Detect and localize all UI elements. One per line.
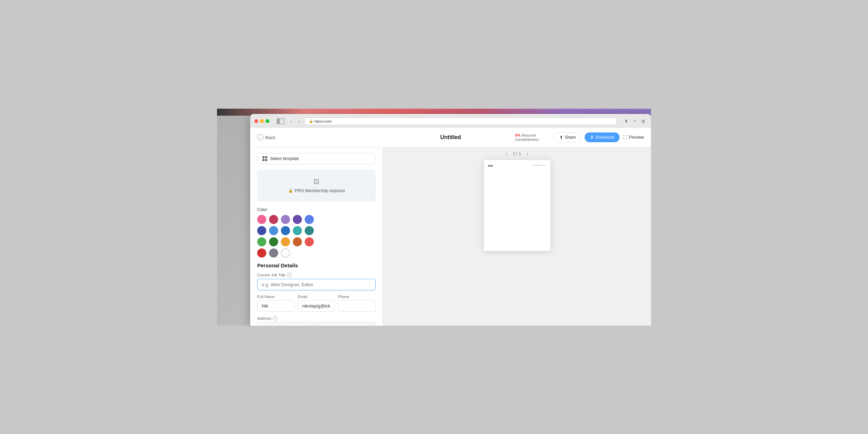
email-label: Email (298, 295, 335, 299)
template-grid-icon (262, 156, 267, 161)
expand-icon: ⛶ (623, 135, 627, 140)
share-icon: ⬆ (559, 135, 563, 140)
job-title-input[interactable] (257, 279, 376, 290)
download-label: Download (595, 135, 614, 140)
completeness-percent: 0% (515, 133, 521, 137)
back-nav-button[interactable]: ‹ (289, 118, 294, 125)
color-burnt-orange[interactable] (293, 237, 302, 246)
lock-icon: 🔒 (309, 119, 313, 123)
back-button[interactable]: ← Back (257, 134, 386, 140)
main-layout: Select template 🖼 🔒 PRO Membership requi… (250, 147, 651, 326)
share-browser-button[interactable]: ⬆ (623, 118, 630, 125)
clear-format-button[interactable]: Tx (317, 324, 325, 326)
pro-membership-notice: 🔒 PRO Membership required (288, 188, 345, 193)
color-orange[interactable] (281, 237, 290, 246)
unordered-list-button[interactable]: ☰ (297, 324, 304, 326)
document-title: Untitled (386, 134, 515, 140)
maximize-button[interactable] (266, 119, 269, 123)
ordered-list-button[interactable]: ☰ (289, 324, 296, 326)
page-indicator: 1 / 1 (513, 151, 521, 156)
phone-label: Phone (338, 295, 376, 299)
job-title-help-icon[interactable]: ? (287, 273, 292, 277)
url-text: hipcv.com (314, 119, 332, 123)
select-template-button[interactable]: Select template (257, 153, 376, 164)
color-lavender[interactable] (281, 215, 290, 224)
color-blue-light[interactable] (269, 226, 278, 235)
traffic-lights (254, 119, 269, 123)
cv-document: NIK nikolaytg@icloud.com (484, 160, 550, 251)
browser-action-buttons: ⬆ + ⊞ (623, 118, 647, 125)
url-bar[interactable]: 🔒 hipcv.com (304, 117, 617, 125)
back-circle-icon: ← (257, 134, 263, 140)
forward-nav-button[interactable]: › (297, 118, 302, 125)
prev-page-button[interactable]: ‹ (504, 150, 509, 157)
resume-completeness: 0% Resume completeness (515, 133, 551, 142)
bold-button[interactable]: B (260, 324, 267, 326)
name-email-phone-row: Full Name Email Phone (257, 295, 376, 312)
link-button[interactable]: 🔗 (308, 324, 316, 326)
share-button[interactable]: ⬆ Share (554, 132, 581, 142)
personal-details-title: Personal Details (257, 262, 376, 268)
close-button[interactable] (254, 119, 258, 123)
color-dark-teal[interactable] (305, 226, 314, 235)
italic-button[interactable]: I (267, 324, 272, 326)
color-red[interactable] (257, 248, 266, 258)
pagination: ‹ 1 / 1 › (504, 147, 530, 160)
color-blue-dark[interactable] (281, 226, 290, 235)
app-content: ← Back Untitled 0% Resume completeness ⬆… (250, 128, 651, 326)
download-button[interactable]: ⬇ Download (585, 132, 620, 142)
full-name-label: Full Name (257, 295, 295, 299)
color-blue-medium[interactable] (305, 215, 314, 224)
color-green[interactable] (257, 237, 266, 246)
select-template-label: Select template (270, 156, 299, 161)
preview-button[interactable]: ⛶ Preview (623, 135, 644, 140)
color-deep-purple[interactable] (293, 215, 302, 224)
phone-input[interactable] (338, 300, 376, 312)
next-page-button[interactable]: › (525, 150, 530, 157)
back-label: Back (265, 135, 275, 140)
full-name-input[interactable] (257, 300, 295, 312)
download-icon: ⬇ (590, 135, 594, 140)
cv-email: nikolaytg@icloud.com (533, 164, 546, 166)
browser-window: ‹ › 🔒 hipcv.com ⬆ + ⊞ ← Back (250, 114, 651, 326)
lock-icon: 🔒 (288, 188, 293, 193)
editor-panel: Select template 🖼 🔒 PRO Membership requi… (250, 147, 383, 326)
preview-label: Preview (629, 135, 644, 140)
color-navy[interactable] (257, 226, 266, 235)
header-actions: 0% Resume completeness ⬆ Share ⬇ Downloa… (515, 132, 644, 142)
pro-membership-label: PRO Membership required (295, 188, 345, 193)
color-coral[interactable] (305, 237, 314, 246)
color-gray[interactable] (269, 248, 278, 258)
color-section-label: Color (257, 207, 376, 212)
new-tab-button[interactable]: + (632, 118, 638, 125)
sidebar-toggle-button[interactable] (275, 117, 286, 125)
toolbar-separator-2 (306, 325, 306, 326)
color-teal[interactable] (293, 226, 302, 235)
color-pink[interactable] (257, 215, 266, 224)
share-label: Share (565, 135, 576, 140)
toolbar-separator-1 (287, 325, 288, 326)
address-help-icon[interactable]: ? (273, 316, 277, 321)
full-name-field: Full Name (257, 295, 295, 312)
color-picker (257, 215, 376, 258)
desktop: ‹ › 🔒 hipcv.com ⬆ + ⊞ ← Back (217, 109, 651, 326)
preview-panel: ‹ 1 / 1 › NIK nikolaytg@icloud.com (383, 147, 651, 326)
address-label: Address ? (257, 316, 376, 321)
color-white[interactable] (281, 248, 290, 258)
image-placeholder-icon: 🖼 (313, 178, 320, 186)
color-crimson[interactable] (269, 215, 278, 224)
phone-field: Phone (338, 295, 376, 312)
app-header: ← Back Untitled 0% Resume completeness ⬆… (250, 128, 651, 147)
email-field: Email (298, 295, 335, 312)
color-dark-green[interactable] (269, 237, 278, 246)
strikethrough-button[interactable]: S (280, 324, 285, 326)
tab-overview-button[interactable]: ⊞ (640, 118, 647, 125)
underline-button[interactable]: U (273, 324, 279, 326)
browser-chrome: ‹ › 🔒 hipcv.com ⬆ + ⊞ (250, 114, 651, 128)
job-title-label: Current Job Title ? (257, 273, 376, 277)
email-input[interactable] (298, 300, 335, 312)
minimize-button[interactable] (260, 119, 264, 123)
template-preview-area: 🖼 🔒 PRO Membership required (257, 170, 376, 202)
address-toolbar: B I U S ☰ ☰ 🔗 Tx (257, 322, 376, 326)
